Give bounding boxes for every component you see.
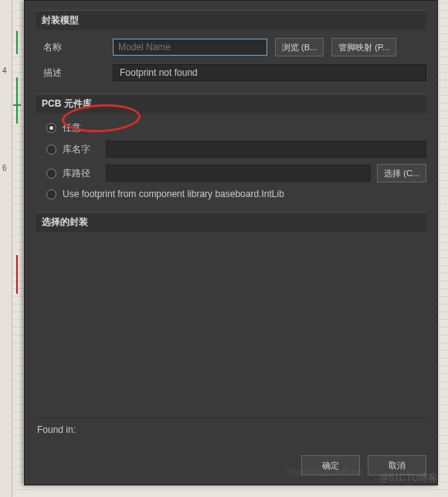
radio-any-row: 任意 bbox=[36, 121, 426, 134]
section-selected-header: 选择的封装 bbox=[36, 212, 426, 232]
name-row: 名称 浏览 (B... 管脚映射 (P... bbox=[36, 38, 426, 56]
radio-any-label: 任意 bbox=[63, 121, 81, 134]
radio-baseboard-row: Use footprint from component library bas… bbox=[36, 189, 426, 199]
model-name-input[interactable] bbox=[113, 39, 267, 56]
section-library-header: PCB 元件库 bbox=[36, 94, 426, 114]
pcb-model-dialog: 封装模型 名称 浏览 (B... 管脚映射 (P... 描述 Footprint… bbox=[24, 0, 438, 485]
radio-any[interactable] bbox=[46, 123, 56, 133]
radio-libname-label: 库名字 bbox=[63, 143, 100, 156]
radio-libname-row: 库名字 bbox=[36, 141, 426, 158]
radio-libpath-label: 库路径 bbox=[63, 167, 100, 180]
radio-baseboard[interactable] bbox=[46, 189, 56, 199]
section-model-header: 封装模型 bbox=[36, 10, 426, 30]
ruler-tick: 4 bbox=[2, 66, 7, 75]
radio-libpath-row: 库路径 选择 (C... bbox=[36, 164, 426, 182]
ok-button[interactable]: 确定 bbox=[301, 455, 360, 475]
footprint-preview bbox=[36, 240, 426, 411]
radio-baseboard-label: Use footprint from component library bas… bbox=[63, 189, 284, 199]
dialog-button-bar: 确定 取消 bbox=[36, 449, 426, 475]
browse-button[interactable]: 浏览 (B... bbox=[275, 38, 324, 56]
desc-row: 描述 Footprint not found bbox=[36, 64, 426, 81]
libname-input[interactable] bbox=[106, 141, 426, 158]
ruler-tick: 6 bbox=[2, 164, 7, 172]
name-label: 名称 bbox=[43, 41, 105, 54]
choose-path-button[interactable]: 选择 (C... bbox=[377, 164, 426, 182]
cancel-button[interactable]: 取消 bbox=[368, 455, 426, 475]
libpath-input[interactable] bbox=[106, 165, 371, 182]
pinmap-button[interactable]: 管脚映射 (P... bbox=[331, 38, 396, 56]
desc-value: Footprint not found bbox=[113, 64, 426, 81]
desc-label: 描述 bbox=[43, 66, 105, 80]
radio-libpath[interactable] bbox=[46, 169, 56, 179]
radio-libname[interactable] bbox=[46, 145, 56, 155]
vertical-ruler: 4 6 bbox=[0, 0, 12, 497]
found-in-label: Found in: bbox=[36, 417, 426, 438]
